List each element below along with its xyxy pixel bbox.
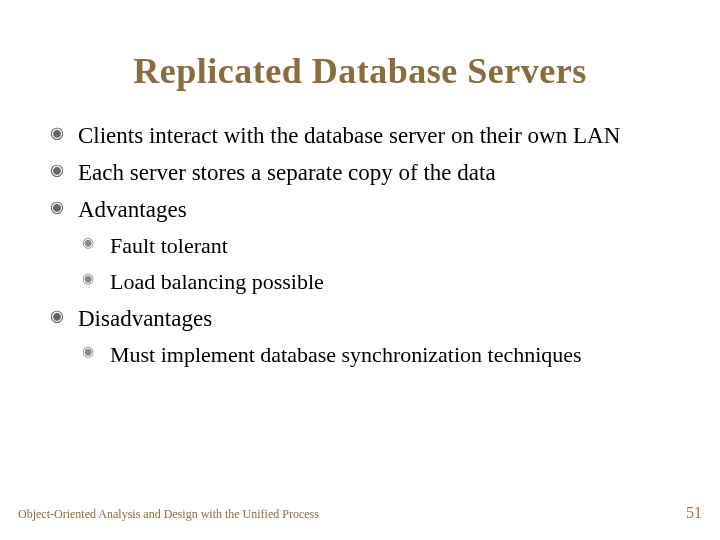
footer-text: Object-Oriented Analysis and Design with… — [18, 507, 319, 522]
bullet-list: Clients interact with the database serve… — [50, 120, 670, 369]
bullet-level1: Advantages — [50, 194, 670, 225]
bullet-level1: Clients interact with the database serve… — [50, 120, 670, 151]
page-number: 51 — [686, 504, 702, 522]
bullet-level1: Disadvantages — [50, 303, 670, 334]
slide-title: Replicated Database Servers — [50, 50, 670, 92]
bullet-level2: Must implement database synchronization … — [50, 340, 670, 370]
bullet-level2: Fault tolerant — [50, 231, 670, 261]
slide: Replicated Database Servers Clients inte… — [0, 0, 720, 540]
bullet-level2: Load balancing possible — [50, 267, 670, 297]
footer: Object-Oriented Analysis and Design with… — [18, 504, 702, 522]
bullet-level1: Each server stores a separate copy of th… — [50, 157, 670, 188]
